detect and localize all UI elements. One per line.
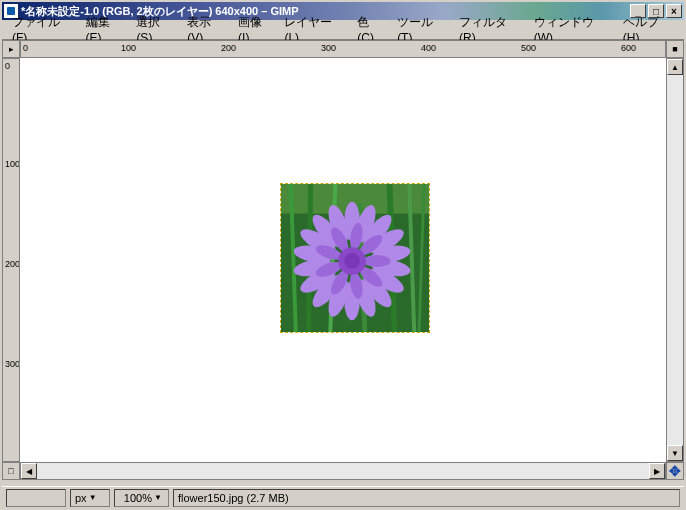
scroll-left-button[interactable]: ◀ bbox=[21, 463, 37, 479]
scroll-down-button[interactable]: ▼ bbox=[667, 445, 683, 461]
horizontal-ruler[interactable]: 0 100 200 300 400 500 600 bbox=[20, 40, 666, 58]
chevron-down-icon: ▼ bbox=[152, 493, 164, 502]
vertical-ruler[interactable]: 0 100 200 300 bbox=[2, 58, 20, 462]
svg-point-37 bbox=[344, 253, 360, 269]
hscroll-track[interactable] bbox=[37, 463, 649, 479]
scroll-right-button[interactable]: ▶ bbox=[649, 463, 665, 479]
vscroll-track[interactable] bbox=[667, 75, 683, 445]
navigation-icon[interactable]: ✥ bbox=[666, 462, 684, 480]
svg-point-29 bbox=[363, 255, 391, 267]
canvas[interactable] bbox=[20, 58, 666, 462]
unit-selector[interactable]: px ▼ bbox=[70, 489, 110, 507]
menu-bar: ファイル(F) 編集(E) 選択(S) 表示(V) 画像(I) レイヤー(L) … bbox=[2, 20, 684, 40]
quickmask-button[interactable]: □ bbox=[2, 462, 20, 480]
horizontal-scrollbar[interactable]: ◀ ▶ bbox=[20, 462, 666, 480]
flower-layer[interactable] bbox=[280, 183, 430, 333]
status-bar: px ▼ 100% ▼ flower150.jpg (2.7 MB) bbox=[2, 486, 684, 508]
quickmask-toggle[interactable]: ■ bbox=[666, 40, 684, 58]
pointer-coords bbox=[6, 489, 66, 507]
ruler-origin-toggle[interactable]: ▸ bbox=[2, 40, 20, 58]
vertical-scrollbar[interactable]: ▲ ▼ bbox=[666, 58, 684, 462]
flower-image bbox=[281, 184, 429, 332]
chevron-down-icon: ▼ bbox=[87, 493, 99, 502]
zoom-selector[interactable]: 100% ▼ bbox=[114, 489, 169, 507]
status-file-info: flower150.jpg (2.7 MB) bbox=[173, 489, 680, 507]
scroll-up-button[interactable]: ▲ bbox=[667, 59, 683, 75]
